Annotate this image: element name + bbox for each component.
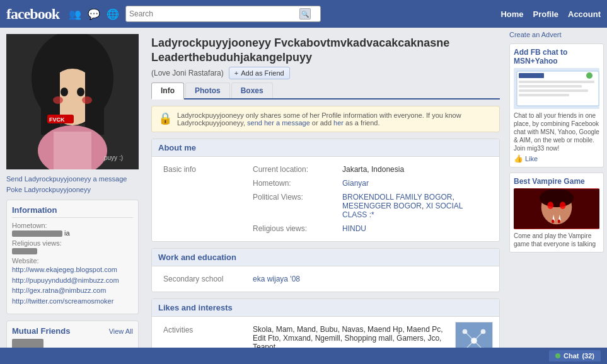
profile-link[interactable]: Profile [533,9,558,19]
globe-icon[interactable]: 🌐 [107,8,119,20]
nav-right-links: Home Profile Account [500,9,601,19]
religious-value-blurred [12,248,37,254]
privacy-notice: 🔒 Ladyrockpuyyjooneyy only shares some o… [151,106,500,132]
svg-point-31 [586,72,593,79]
secondary-school-label: Secondary school [159,273,248,285]
ad-vampire-title: Best Vampire Game [514,177,599,186]
basic-info-label: Basic info [159,163,248,235]
ad-msn-title: Add FB chat to MSN+Yahoo [514,48,599,65]
hometown-value-blurred [12,230,62,237]
table-row: Basic info Current location: Jakarta, In… [159,163,492,176]
svg-point-5 [61,88,68,96]
profile-photo-container: FVCK puyy :) [6,34,139,169]
right-sidebar: Create an Advert Add FB chat to MSN+Yaho… [506,28,607,364]
about-me-table: Basic info Current location: Jakarta, In… [158,162,493,236]
work-education-body: Secondary school eka wijaya '08 [152,266,499,292]
about-me-body: Basic info Current location: Jakarta, In… [152,157,499,241]
like-button-msn[interactable]: 👍 Like [514,154,538,163]
send-message-privacy-link[interactable]: send her a message [247,119,310,127]
hometown-field: Hometown: ia [12,222,133,237]
secondary-school-value: eka wijaya '08 [249,273,492,285]
view-all-link[interactable]: View All [109,327,133,335]
svg-rect-10 [54,132,91,169]
chat-label: Chat [564,352,579,360]
add-friend-button[interactable]: + Add as Friend [229,67,290,79]
profile-subtitle: (Love Joni Rastafara) + Add as Friend [151,67,500,79]
religious-field: Religious views: [12,239,133,254]
left-sidebar: FVCK puyy :) Send Ladyrockpuyyjooneyy a … [0,28,145,364]
add-friend-icon: + [234,69,238,77]
svg-point-34 [540,189,574,207]
nav-icon-group: 👥 💬 🌐 [69,8,119,20]
religious-label: Religious views: [12,239,62,247]
ad-msn-text: Chat to all your friends in one place, b… [514,111,599,152]
religious-info-value: HINDU [338,222,492,235]
svg-rect-28 [519,85,582,88]
center-content: Ladyrockpuyyjooneyy Fvckabovtmvkadvacakc… [145,28,506,364]
svg-text:puyy :): puyy :) [104,154,123,161]
ad-vampire-image [514,188,599,229]
svg-rect-30 [519,94,569,96]
main-layout: FVCK puyy :) Send Ladyrockpuyyjooneyy a … [0,28,607,364]
privacy-text: Ladyrockpuyyjooneyy only shares some of … [177,111,493,127]
facebook-logo: facebook [6,6,59,23]
home-link[interactable]: Home [500,9,523,19]
political-link-2[interactable]: MESENGGER BOGOR [342,202,422,210]
svg-rect-27 [519,81,594,83]
tab-photos[interactable]: Photos [185,82,230,98]
religious-info-label: Religious views: [249,222,337,235]
send-message-link[interactable]: Send Ladyrockpuyyjooneyy a message [6,175,127,183]
friends-icon[interactable]: 👥 [69,8,81,20]
about-me-header: About me [152,139,499,157]
messages-icon[interactable]: 💬 [88,8,100,20]
search-input[interactable] [129,9,299,18]
political-label: Political Views: [249,191,337,221]
political-value: BROKENDOLL FAMILY BOGOR, MESENGGER BOGOR… [338,191,492,221]
website-link-4[interactable]: http://twitter.com/screamosmoker [12,296,133,307]
website-link-1[interactable]: http://www.ekajegeg.blogspot.com [12,264,133,275]
hometown-info-label: Hometown: [249,177,337,190]
website-link-2[interactable]: http://pupuyyndudd@nimbuzz.com [12,275,133,286]
account-link[interactable]: Account [568,9,601,19]
svg-point-7 [53,96,63,104]
ad-msn-image [514,68,599,109]
chat-bar: Chat (32) [0,348,607,364]
likes-interests-header: Likes and interests [152,299,499,317]
political-link-1[interactable]: BROKENDOLL FAMILY BOGOR [342,193,453,202]
hometown-label: Hometown: [12,222,47,229]
poke-link[interactable]: Poke Ladyrockpuyyjooneyy [6,186,139,193]
svg-point-36 [560,202,566,209]
like-icon: 👍 [514,154,523,163]
website-field: Website: http://www.ekajegeg.blogspot.co… [12,257,133,306]
her-link[interactable]: her [333,119,344,127]
ad-block-vampire: Best Vampire Game [509,173,604,253]
information-section: Information Hometown: ia Religious views… [6,200,139,314]
religious-link[interactable]: HINDU [342,224,366,233]
search-button[interactable]: 🔍 [299,8,311,20]
school-link[interactable]: eka wijaya '08 [253,275,300,283]
profile-header: Ladyrockpuyyjooneyy Fvckabovtmvkadvacakc… [151,31,500,82]
hometown-link[interactable]: Gianyar [342,179,369,188]
work-table: Secondary school eka wijaya '08 [158,271,493,287]
chat-online-indicator [555,353,560,358]
profile-actions: Send Ladyrockpuyyjooneyy a message Poke … [6,174,139,193]
svg-point-8 [82,96,92,104]
add-friend-label: Add as Friend [241,69,284,77]
like-label: Like [525,155,538,162]
website-link-3[interactable]: http://gex.ratna@nimbuzz.com [12,285,133,296]
tab-info[interactable]: Info [151,82,184,100]
svg-rect-26 [519,73,544,78]
search-box: 🔍 [125,6,321,22]
profile-subtitle-text: (Love Joni Rastafara) [151,69,224,77]
hometown-info-value: Gianyar [338,177,492,190]
top-navigation: facebook 👥 💬 🌐 🔍 Home Profile Account [0,0,607,28]
location-value: Jakarta, Indonesia [338,163,492,176]
lock-icon: 🔒 [158,111,172,125]
chat-button[interactable]: Chat (32) [549,350,601,361]
profile-tabs: Info Photos Boxes [151,82,500,100]
work-education-section: Work and education Secondary school eka … [151,248,500,292]
create-ad-link[interactable]: Create an Advert [509,31,604,38]
about-me-section: About me Basic info Current location: Ja… [151,139,500,242]
tab-boxes[interactable]: Boxes [231,82,273,98]
mutual-friends-title: Mutual Friends [12,326,70,336]
